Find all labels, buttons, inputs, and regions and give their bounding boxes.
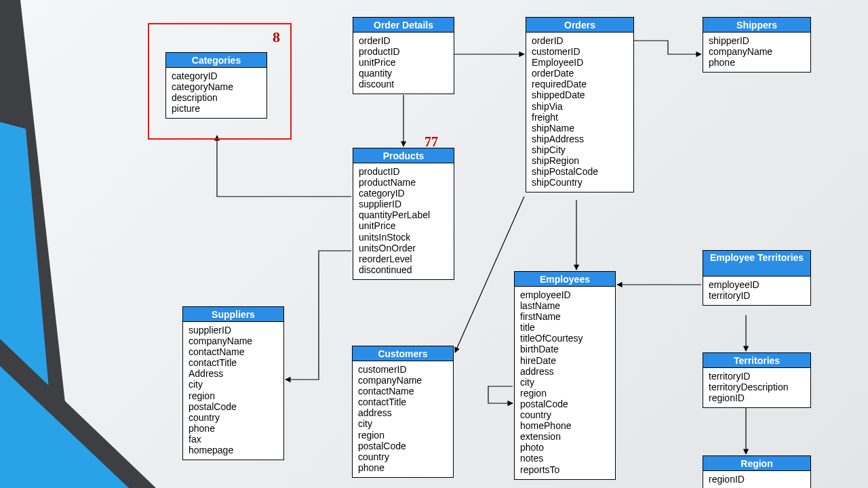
entity-columns: categoryIDcategoryNamedescriptionpicture (166, 68, 267, 118)
column: territoryDescription (709, 382, 805, 392)
column: reorderLevel (359, 253, 448, 264)
entity-columns: employeeIDterritoryID (703, 277, 810, 305)
column: phone (358, 462, 448, 473)
column: phone (189, 423, 278, 434)
column: hireDate (520, 355, 610, 366)
entity-empterr[interactable]: Employee TerritoriesemployeeIDterritoryI… (703, 250, 811, 306)
column: shipCountry (532, 177, 628, 188)
column: photo (520, 442, 610, 453)
column: orderDate (532, 68, 628, 79)
column: fax (189, 434, 278, 445)
entity-header: Territories (703, 353, 810, 368)
entity-header: Orders (526, 18, 633, 33)
column: postalCode (189, 401, 278, 412)
column: categoryID (359, 188, 448, 199)
column: territoryID (709, 371, 805, 382)
entity-customers[interactable]: CustomerscustomerIDcompanyNamecontactNam… (352, 346, 454, 478)
entity-columns: orderIDproductIDunitPricequantitydiscoun… (353, 33, 454, 94)
entity-columns: customerIDcompanyNamecontactNamecontactT… (353, 361, 453, 477)
svg-marker-2 (0, 339, 156, 488)
column: picture (172, 103, 261, 114)
column: orderID (532, 35, 628, 46)
entity-header: Employees (515, 272, 615, 287)
column: productName (359, 177, 448, 188)
entity-header: Products (353, 148, 454, 163)
column: description (172, 92, 261, 103)
column: city (358, 418, 448, 429)
entity-columns: shipperIDcompanyNamephone (703, 33, 810, 72)
column: employeeID (709, 279, 805, 290)
column: categoryID (172, 70, 261, 81)
entity-columns: orderIDcustomerIDEmployeeIDorderDaterequ… (526, 33, 633, 192)
svg-marker-1 (0, 122, 58, 488)
entity-header: Employee Territories (703, 251, 810, 277)
column: country (520, 409, 610, 420)
entity-header: Categories (166, 53, 267, 68)
column: postalCode (520, 399, 610, 409)
column: title (520, 322, 610, 333)
column: unitPrice (359, 57, 448, 68)
column: reportsTo (520, 464, 610, 475)
entity-products[interactable]: ProductsproductIDproductNamecategoryIDsu… (353, 148, 454, 280)
diagram-stage: { "annotations": {"ann8": "8", "ann77": … (0, 0, 868, 488)
column: unitPrice (359, 220, 448, 231)
column: quantityPerLabel (359, 209, 448, 220)
entity-columns: regionID (703, 471, 810, 488)
column: quantity (359, 68, 448, 79)
entity-suppliers[interactable]: SupplierssupplierIDcompanyNamecontactNam… (182, 306, 284, 460)
entity-columns: productIDproductNamecategoryIDsupplierID… (353, 163, 454, 279)
column: address (358, 407, 448, 418)
column: shipAddress (532, 134, 628, 144)
column: companyName (709, 46, 805, 57)
entity-header: Customers (353, 346, 453, 361)
column: territoryID (709, 290, 805, 301)
column: shipName (532, 123, 628, 134)
column: requiredDate (532, 79, 628, 89)
column: regionID (709, 474, 805, 485)
column: lastName (520, 300, 610, 311)
column: customerID (532, 46, 628, 57)
column: EmployeeID (532, 57, 628, 68)
entity-columns: supplierIDcompanyNamecontactNamecontactT… (183, 322, 283, 460)
column: productID (359, 46, 448, 57)
column: city (189, 379, 278, 390)
entity-region[interactable]: RegionregionID (703, 455, 811, 488)
entity-categories[interactable]: CategoriescategoryIDcategoryNamedescript… (165, 52, 267, 119)
entity-employees[interactable]: EmployeesemployeeIDlastNamefirstNametitl… (514, 271, 616, 480)
column: region (358, 430, 448, 441)
column: regionID (709, 392, 805, 403)
column: titleOfCourtesy (520, 333, 610, 344)
column: productID (359, 166, 448, 177)
column: country (358, 451, 448, 462)
entity-territories[interactable]: TerritoriesterritoryIDterritoryDescripti… (703, 352, 811, 408)
column: country (189, 412, 278, 423)
svg-marker-0 (0, 0, 75, 488)
column: companyName (189, 336, 278, 346)
column: shipPostalCode (532, 166, 628, 177)
column: companyName (358, 375, 448, 386)
column: unitsInStock (359, 232, 448, 243)
column: homePhone (520, 420, 610, 431)
column: discount (359, 79, 448, 89)
entity-orders[interactable]: OrdersorderIDcustomerIDEmployeeIDorderDa… (526, 17, 634, 192)
column: region (189, 390, 278, 401)
column: contactName (358, 386, 448, 396)
column: shipRegion (532, 155, 628, 166)
column: shipperID (709, 35, 805, 46)
column: discontinued (359, 264, 448, 275)
annotation-8: 8 (273, 28, 280, 46)
entity-header: Suppliers (183, 307, 283, 322)
entity-orderdetails[interactable]: Order DetailsorderIDproductIDunitPricequ… (353, 17, 454, 94)
column: supplierID (359, 199, 448, 209)
column: contactName (189, 346, 278, 357)
column: freight (532, 112, 628, 123)
column: Address (189, 368, 278, 379)
entity-header: Shippers (703, 18, 810, 33)
column: shipVia (532, 101, 628, 112)
column: unitsOnOrder (359, 243, 448, 253)
column: notes (520, 453, 610, 464)
entity-shippers[interactable]: ShippersshipperIDcompanyNamephone (703, 17, 811, 73)
column: orderID (359, 35, 448, 46)
column: contactTitle (189, 357, 278, 368)
entity-header: Order Details (353, 18, 454, 33)
